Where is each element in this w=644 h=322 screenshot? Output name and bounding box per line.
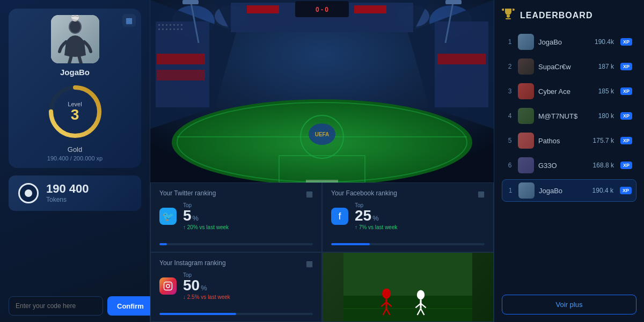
- instagram-chart-icon[interactable]: ▦: [306, 259, 313, 268]
- svg-point-1: [70, 21, 80, 33]
- svg-rect-47: [164, 282, 172, 290]
- lb-avatar-7: [518, 182, 535, 199]
- xp-badge-1: XP: [620, 38, 632, 46]
- svg-point-48: [166, 284, 170, 288]
- svg-point-52: [382, 288, 391, 298]
- chart-icon[interactable]: ▦: [122, 14, 136, 27]
- lb-name-6: G33O: [538, 162, 589, 170]
- rank-3: 3: [506, 87, 514, 95]
- lb-name-5: Pathos: [538, 137, 589, 145]
- twitter-change: ↑ 20% vs last week: [183, 224, 229, 230]
- svg-rect-12: [162, 24, 164, 26]
- svg-rect-25: [157, 54, 205, 64]
- leaderboard-item-self: 1 JogaBo 190.4 k XP: [502, 179, 636, 202]
- leaderboard-title: LEADERBOARD: [520, 11, 592, 20]
- leaderboard-item: 6 G33O 168.8 k XP: [502, 155, 636, 176]
- rank-4: 4: [506, 112, 514, 120]
- stat-card-facebook: Your Facebook ranking ▦ f Top 25 % ↑ 7% …: [322, 182, 494, 252]
- level-ring: Level 3: [46, 82, 105, 141]
- level-number: 3: [71, 106, 79, 123]
- svg-point-58: [417, 290, 425, 300]
- lb-name-3: Cyber Ace: [538, 87, 594, 96]
- facebook-value: 25: [355, 208, 371, 223]
- lb-avatar-6: [518, 157, 534, 173]
- profile-card: ▦ JogaBo Level 3 Gold 190.400 / 2: [9, 9, 141, 168]
- instagram-icon: [159, 277, 177, 295]
- instagram-unit: %: [201, 284, 207, 292]
- stat-card-instagram: Your Instagram ranking ▦ Top 50 %: [150, 252, 322, 322]
- lb-avatar-5: [518, 133, 534, 149]
- instagram-title: Your Instagram ranking: [159, 259, 226, 267]
- twitter-chart-icon[interactable]: ▦: [306, 189, 313, 198]
- tokens-amount: 190 400: [46, 183, 89, 195]
- rank-1: 1: [506, 38, 514, 46]
- svg-rect-16: [177, 24, 179, 26]
- stadium-section: UEFA 0 - 0: [150, 0, 494, 182]
- svg-rect-18: [158, 28, 160, 30]
- twitter-icon: 🐦: [159, 208, 177, 225]
- xp-badge-3: XP: [620, 87, 632, 95]
- twitter-unit: %: [193, 214, 199, 222]
- rank-7: 1: [507, 187, 514, 194]
- instagram-change: ↓ 2.5% vs last week: [183, 294, 230, 300]
- xp-badge-4: XP: [620, 112, 632, 120]
- video-card: [322, 252, 494, 322]
- stats-grid: Your Twitter ranking ▦ 🐦 Top 5 % ↑ 20% v…: [150, 182, 494, 322]
- username: JogaBo: [60, 68, 90, 77]
- trophy-icon: [502, 8, 515, 24]
- svg-rect-17: [181, 24, 182, 26]
- lb-name-7: JogaBo: [539, 187, 588, 195]
- token-icon: [18, 183, 39, 203]
- svg-rect-21: [170, 28, 171, 30]
- facebook-chart-icon[interactable]: ▦: [478, 189, 485, 198]
- xp-badge-5: XP: [620, 137, 632, 144]
- svg-rect-19: [162, 28, 164, 30]
- code-input[interactable]: [9, 296, 103, 316]
- leaderboard-item: 5 Pathos 175.7 k XP: [502, 130, 636, 151]
- video-thumbnail: [323, 253, 493, 321]
- xp-badge-7: XP: [620, 187, 632, 194]
- lb-avatar-3: [518, 83, 534, 99]
- svg-rect-45: [182, 0, 199, 4]
- left-panel: ▦ JogaBo Level 3 Gold 190.400 / 2: [0, 0, 150, 322]
- lb-avatar-4: [518, 108, 534, 124]
- lb-score-3: 185 k: [598, 87, 614, 95]
- svg-rect-11: [158, 24, 160, 26]
- svg-text:UEFA: UEFA: [315, 131, 330, 137]
- rank-label: Gold: [68, 145, 82, 153]
- voir-plus-button[interactable]: Voir plus: [502, 295, 636, 314]
- facebook-progress-bar: [331, 243, 485, 245]
- svg-rect-46: [445, 0, 462, 4]
- right-panel: LEADERBOARD 1 JogaBo 190.4k XP 2 SupaCr€…: [494, 0, 644, 322]
- lb-score-7: 190.4 k: [592, 187, 613, 194]
- rank-2: 2: [506, 63, 514, 70]
- lb-name-1: JogaBo: [538, 38, 590, 46]
- svg-rect-15: [173, 24, 175, 26]
- lb-name-4: M@T7NUT$: [538, 112, 594, 120]
- twitter-title: Your Twitter ranking: [159, 189, 216, 197]
- avatar: [51, 15, 99, 63]
- rank-5: 5: [506, 137, 514, 144]
- facebook-change: ↑ 7% vs last week: [355, 224, 397, 230]
- lb-name-2: SupaCr€w: [538, 63, 594, 71]
- leaderboard-header: LEADERBOARD: [502, 8, 636, 24]
- leaderboard-list: 1 JogaBo 190.4k XP 2 SupaCr€w 187 k XP 3…: [502, 31, 636, 290]
- leaderboard-item: 4 M@T7NUT$ 180 k XP: [502, 105, 636, 127]
- twitter-progress-bar: [159, 243, 313, 245]
- main-content: UEFA 0 - 0 Your Twitter ranking ▦ 🐦: [150, 0, 494, 322]
- svg-rect-65: [506, 18, 511, 19]
- instagram-value: 50: [183, 278, 200, 293]
- tokens-card: 190 400 Tokens: [9, 175, 141, 211]
- svg-rect-14: [170, 24, 171, 26]
- xp-badge-2: XP: [620, 63, 632, 70]
- xp-label: 190.400 / 200.000 xp: [47, 155, 103, 162]
- lb-score-6: 168.8 k: [593, 162, 614, 169]
- lb-score-4: 180 k: [598, 112, 614, 120]
- confirm-button[interactable]: Confirm: [107, 296, 153, 316]
- leaderboard-item: 2 SupaCr€w 187 k XP: [502, 56, 636, 77]
- svg-rect-20: [166, 28, 167, 30]
- facebook-icon: f: [331, 208, 348, 225]
- lb-avatar-1: [518, 34, 534, 50]
- leaderboard-item: 1 JogaBo 190.4k XP: [502, 31, 636, 53]
- lb-avatar-2: [518, 58, 534, 75]
